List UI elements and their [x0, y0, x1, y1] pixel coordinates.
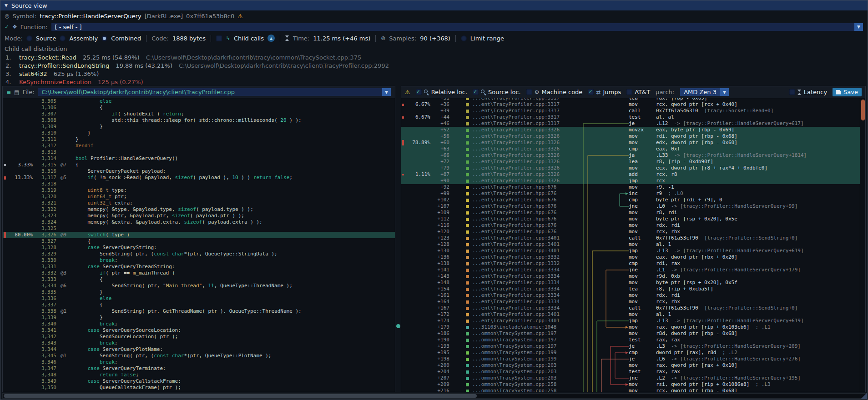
- asm-row[interactable]: +143...ent\TracyProfiler.cpp:3334movr9d,…: [401, 273, 865, 280]
- source-line[interactable]: 3,334@6 SendString( ptr, "Main thread", …: [3, 283, 395, 289]
- asm-source-loc[interactable]: ...ent\TracyProfiler.cpp:3326: [466, 127, 580, 133]
- asm-source-loc[interactable]: ...ent\TracyProfiler.cpp:3334: [466, 286, 580, 292]
- asm-source-loc[interactable]: ...ent\TracyProfiler.cpp:3401: [466, 311, 580, 318]
- asm-row[interactable]: +193...ommon\TracySystem.cpp:197je.L3 ->…: [401, 343, 865, 350]
- child-calls-label[interactable]: Child calls: [234, 35, 264, 42]
- asm-source-loc[interactable]: ...ent\TracyProfiler.cpp:3317: [466, 98, 580, 101]
- source-line[interactable]: 3.33%3,315@7{: [3, 162, 395, 168]
- asm-row[interactable]: +200...ommon\TracySystem.cpp:203movrax, …: [401, 362, 865, 369]
- save-button[interactable]: Save: [833, 88, 862, 96]
- source-line[interactable]: 3,335 }: [3, 289, 395, 295]
- asm-row[interactable]: 78.89%+60...ent\TracyProfiler.cpp:3326mo…: [401, 140, 865, 146]
- asm-row[interactable]: +116...ent\TracyProfiler.hpp:676movrdx, …: [401, 222, 865, 229]
- asm-row[interactable]: +39...ent\TracyProfiler.cpp:3317call0x7f…: [401, 108, 865, 114]
- asm-source-loc[interactable]: ...ent\TracyProfiler.hpp:676: [466, 203, 580, 210]
- asm-source-loc[interactable]: ...ommon\TracySystem.cpp:197: [466, 343, 580, 350]
- asm-row[interactable]: +167...ent\TracyProfiler.cpp:3334call0x7…: [401, 305, 865, 311]
- source-line[interactable]: 3,338@1 SendString( ptr, GetThreadName( …: [3, 308, 395, 315]
- window-titlebar[interactable]: ▼ Source view: [0, 0, 868, 10]
- asm-source-loc[interactable]: ...ommon\TracySystem.cpp:203: [466, 362, 580, 369]
- asm-row[interactable]: +198...ommon\TracySystem.cpp:199je.L6 ->…: [401, 356, 865, 362]
- source-line[interactable]: 80.00%3,326@9 switch( type ): [3, 232, 395, 238]
- child-call-entry[interactable]: 4.KeSynchronizeExecution125 µs (0.27%): [0, 78, 868, 86]
- mode-source-radio[interactable]: [26, 35, 32, 41]
- asm-row[interactable]: +207...ommon\TracySystem.cpp:203jne.L2 -…: [401, 375, 865, 381]
- asm-source-loc[interactable]: ...ent\TracyProfiler.cpp:3326: [466, 159, 580, 165]
- asm-row[interactable]: +123...ent\TracyProfiler.cpp:3401call0x7…: [401, 235, 865, 241]
- limit-range-label[interactable]: Limit range: [470, 35, 504, 42]
- asm-source-loc[interactable]: ...ommon\TracySystem.cpp:203: [466, 375, 580, 381]
- source-line[interactable]: 3,330 break;: [3, 257, 395, 264]
- source-line[interactable]: 3,347 case ServerQueryTerminate:: [3, 365, 395, 372]
- source-line[interactable]: 3,324 memcpy( &extra, &payload.extra, si…: [3, 219, 395, 225]
- source-line[interactable]: 3,332@3 if( ptr == m_mainThread ): [3, 270, 395, 276]
- asm-row[interactable]: +109...ent\TracyProfiler.hpp:676movr8, r…: [401, 210, 865, 216]
- asm-source-loc[interactable]: ...ent\TracyProfiler.cpp:3326: [466, 178, 580, 184]
- source-line[interactable]: 3,343 break;: [3, 340, 395, 346]
- mode-source-label[interactable]: Source: [36, 35, 56, 42]
- asm-row[interactable]: +186...ommon\TracySystem.cpp:197movr8d, …: [401, 330, 865, 337]
- uarch-combo[interactable]: AMD Zen 3 ▼: [680, 88, 729, 96]
- asm-row[interactable]: +79...ent\TracyProfiler.cpp:3326movecx, …: [401, 165, 865, 171]
- asm-row[interactable]: +90...ent\TracyProfiler.cpp:3326jmprcx: [401, 178, 865, 184]
- toggle-latency[interactable]: Latency: [789, 89, 827, 95]
- asm-row[interactable]: +161...ent\TracyProfiler.cpp:3334movrdx,…: [401, 292, 865, 299]
- att-checkbox[interactable]: [626, 89, 632, 95]
- source-line[interactable]: 3,321 uint32_t extra;: [3, 200, 395, 206]
- asm-source-loc[interactable]: ...ommon\TracySystem.cpp:199: [466, 350, 580, 356]
- asm-source-loc[interactable]: ...ommon\TracySystem.cpp:203: [466, 369, 580, 375]
- asm-row[interactable]: +120...ent\TracyProfiler.hpp:676movrcx, …: [401, 229, 865, 235]
- source-line[interactable]: 3,337 {: [3, 302, 395, 308]
- child-calls-up-button[interactable]: ▲: [267, 35, 275, 42]
- child-call-entry[interactable]: 1.tracy::Socket::Read25.25 ms (54.89%)C:…: [0, 53, 868, 61]
- asm-source-loc[interactable]: ...ent\TracyProfiler.hpp:676: [466, 210, 580, 216]
- source-line[interactable]: 3,314bool Profiler::HandleServerQuery(): [3, 155, 395, 162]
- source-line[interactable]: 3,351 break;: [3, 391, 395, 392]
- asm-source-loc[interactable]: ...ommon\TracySystem.cpp:197: [466, 337, 580, 343]
- asm-source-loc[interactable]: ...ent\TracyProfiler.cpp:3332: [466, 254, 580, 260]
- source-line[interactable]: 3,333 {: [3, 276, 395, 283]
- asm-source-loc[interactable]: ...ent\TracyProfiler.cpp:3334: [466, 280, 580, 286]
- horizontal-scrollbar[interactable]: [2, 393, 867, 399]
- asm-source-loc[interactable]: ...ent\TracyProfiler.cpp:3401: [466, 248, 580, 254]
- source-line[interactable]: 3,339 }: [3, 315, 395, 321]
- asm-row[interactable]: +72...ent\TracyProfiler.cpp:3326lear8, […: [401, 159, 865, 165]
- source-line[interactable]: 3,312#endif: [3, 143, 395, 149]
- asm-source-loc[interactable]: ...ent\TracyProfiler.cpp:3317: [466, 120, 580, 127]
- asm-row[interactable]: +190...ommon\TracySystem.cpp:197testrax,…: [401, 337, 865, 343]
- source-line[interactable]: 13.33%3,317@5 if( !m_sock->Read( &payloa…: [3, 175, 395, 181]
- panel-splitter[interactable]: [395, 86, 401, 392]
- asm-row[interactable]: +99...ent\TracyProfiler.hpp:676incr9 ; .…: [401, 190, 865, 197]
- asm-row[interactable]: +102...ent\TracyProfiler.hpp:676cmpbyte …: [401, 197, 865, 203]
- asm-source-loc[interactable]: ...ent\TracyProfiler.cpp:3334: [466, 305, 580, 311]
- source-line[interactable]: 3,342 SendSourceLocation( ptr );: [3, 334, 395, 340]
- asm-source-loc[interactable]: ...ent\TracyProfiler.cpp:3326: [466, 133, 580, 140]
- source-line[interactable]: 3,331 case ServerQueryThreadString:: [3, 264, 395, 270]
- toggle-jumps[interactable]: ⇄ Jumps: [588, 89, 621, 95]
- asm-row[interactable]: +195...ommon\TracySystem.cpp:199cmpdword…: [401, 350, 865, 356]
- file-combo[interactable]: C:\Users\wolf\Desktop\darkrl\contrib\tra…: [38, 88, 391, 96]
- source-line[interactable]: 3,306 {: [3, 105, 395, 111]
- source-line[interactable]: 3,305 else: [3, 98, 395, 105]
- toggle-relative-loc[interactable]: Relative loc.: [416, 89, 467, 95]
- asm-row[interactable]: +31...ent\TracyProfiler.cpp:3317learax, …: [401, 98, 865, 101]
- source-line[interactable]: 3,336 else: [3, 295, 395, 302]
- chevron-down-icon[interactable]: ▼: [382, 88, 391, 96]
- relative-loc-checkbox[interactable]: [416, 89, 422, 95]
- asm-row[interactable]: +56...ent\TracyProfiler.cpp:3326movrdi, …: [401, 133, 865, 140]
- source-line[interactable]: 3,350 QueueCallstackFrame( ptr );: [3, 385, 395, 391]
- asm-source-loc[interactable]: ...ent\TracyProfiler.hpp:676: [466, 184, 580, 190]
- source-line[interactable]: 3,307 if( shouldExit ) return;: [3, 111, 395, 117]
- asm-source-loc[interactable]: ...ommon\TracySystem.cpp:258: [466, 388, 580, 392]
- asm-source-loc[interactable]: ...ent\TracyProfiler.cpp:3326: [466, 171, 580, 178]
- asm-row[interactable]: +204...ommon\TracySystem.cpp:203testrax,…: [401, 369, 865, 375]
- source-line[interactable]: 3,345@1 SendString( ptr, (const char*)pt…: [3, 353, 395, 359]
- source-line[interactable]: 3,318: [3, 181, 395, 187]
- toggle-machine-code[interactable]: ⚙ Machine code: [526, 89, 583, 95]
- asm-row[interactable]: +130...ent\TracyProfiler.cpp:3401jmp.L13…: [401, 248, 865, 254]
- toggle-source-loc[interactable]: Source loc.: [473, 89, 521, 95]
- source-line[interactable]: 3,313: [3, 149, 395, 155]
- asm-row[interactable]: +46...ent\TracyProfiler.cpp:3317je.L12 -…: [401, 120, 865, 127]
- asm-source-loc[interactable]: ...ent\TracyProfiler.hpp:676: [466, 216, 580, 222]
- chevron-down-icon[interactable]: ▼: [720, 88, 729, 96]
